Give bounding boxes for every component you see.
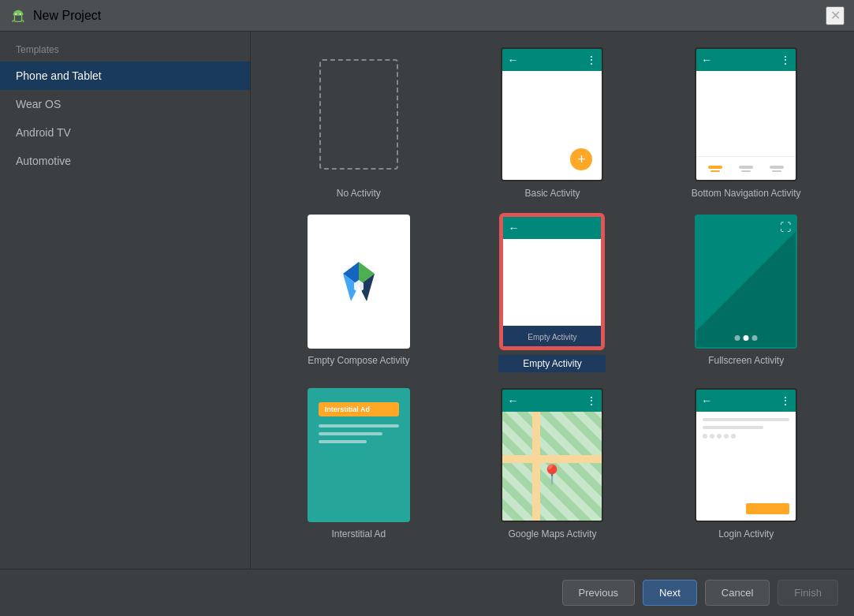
svg-point-1 bbox=[20, 13, 21, 14]
template-fullscreen-activity[interactable]: ⛶ Fullscreen Activity bbox=[657, 215, 835, 372]
google-maps-preview: ← ⋮ 📍 bbox=[501, 388, 603, 522]
login-activity-preview: ← ⋮ bbox=[695, 388, 797, 522]
sidebar-item-android-tv[interactable]: Android TV bbox=[0, 118, 250, 147]
template-label-empty-compose: Empty Compose Activity bbox=[308, 355, 409, 366]
back-arrow-icon-maps: ← bbox=[507, 394, 518, 407]
bottom-navigation-preview: ← ⋮ bbox=[695, 47, 797, 181]
action-bar: Previous Next Cancel Finish bbox=[0, 569, 854, 616]
more-vert-icon-maps: ⋮ bbox=[586, 394, 597, 407]
fab-icon: + bbox=[570, 148, 592, 170]
no-activity-preview bbox=[319, 59, 398, 170]
expand-icon: ⛶ bbox=[780, 221, 791, 233]
template-bottom-navigation[interactable]: ← ⋮ bbox=[657, 47, 835, 199]
main-content: Templates Phone and Tablet Wear OS Andro… bbox=[0, 32, 854, 616]
templates-grid: No Activity ← ⋮ + Basic Activity ← ⋮ bbox=[251, 32, 854, 616]
finish-button[interactable]: Finish bbox=[778, 580, 838, 606]
selected-label-inner: Empty Activity bbox=[528, 333, 576, 342]
template-label-fullscreen-activity: Fullscreen Activity bbox=[708, 355, 784, 366]
more-vert-icon: ⋮ bbox=[586, 54, 597, 66]
back-arrow-icon-bnav: ← bbox=[701, 54, 712, 66]
next-button[interactable]: Next bbox=[643, 580, 697, 606]
sidebar-item-phone-tablet[interactable]: Phone and Tablet bbox=[0, 62, 250, 90]
back-arrow-icon-login: ← bbox=[701, 394, 712, 407]
sidebar-item-wear-os[interactable]: Wear OS bbox=[0, 90, 250, 118]
empty-activity-preview: ← Empty Activity bbox=[501, 215, 603, 349]
template-label-bottom-navigation: Bottom Navigation Activity bbox=[692, 188, 801, 199]
template-label-basic-activity: Basic Activity bbox=[524, 188, 580, 199]
template-empty-compose[interactable]: Empty Compose Activity bbox=[270, 215, 448, 372]
fullscreen-activity-preview: ⛶ bbox=[695, 215, 797, 349]
more-vert-icon-bnav: ⋮ bbox=[780, 54, 791, 66]
interstitial-ad-label: Interstitial Ad bbox=[319, 402, 399, 416]
interstitial-ad-preview: Interstitial Ad bbox=[308, 388, 410, 522]
back-arrow-icon: ← bbox=[507, 54, 518, 66]
basic-activity-preview: ← ⋮ + bbox=[501, 47, 603, 181]
window-title: New Project bbox=[33, 9, 101, 23]
sidebar: Templates Phone and Tablet Wear OS Andro… bbox=[0, 32, 251, 616]
template-no-activity[interactable]: No Activity bbox=[270, 47, 448, 199]
template-google-maps[interactable]: ← ⋮ 📍 Google Maps Activity bbox=[464, 388, 642, 539]
template-interstitial-ad[interactable]: Interstitial Ad Interstitial Ad bbox=[270, 388, 448, 539]
template-label-interstitial-ad: Interstitial Ad bbox=[331, 528, 386, 539]
sidebar-item-automotive[interactable]: Automotive bbox=[0, 147, 250, 175]
android-logo-icon bbox=[9, 7, 27, 24]
empty-compose-preview bbox=[308, 215, 410, 349]
compose-logo-icon bbox=[335, 258, 382, 305]
map-pin-icon: 📍 bbox=[540, 464, 564, 486]
template-label-google-maps: Google Maps Activity bbox=[508, 528, 596, 539]
cancel-button[interactable]: Cancel bbox=[705, 580, 770, 606]
template-label-no-activity: No Activity bbox=[337, 188, 381, 199]
template-label-login-activity: Login Activity bbox=[718, 528, 774, 539]
previous-button[interactable]: Previous bbox=[562, 580, 636, 606]
template-label-empty-activity: Empty Activity bbox=[498, 355, 606, 372]
more-vert-icon-login: ⋮ bbox=[780, 394, 791, 407]
template-basic-activity[interactable]: ← ⋮ + Basic Activity bbox=[464, 47, 642, 199]
template-login-activity[interactable]: ← ⋮ Lo bbox=[657, 388, 835, 539]
sidebar-section-label: Templates bbox=[0, 32, 250, 62]
title-bar: New Project ✕ bbox=[0, 0, 854, 32]
close-button[interactable]: ✕ bbox=[826, 6, 845, 25]
back-arrow-icon-empty: ← bbox=[508, 222, 519, 234]
svg-point-0 bbox=[15, 13, 17, 14]
template-empty-activity[interactable]: ← Empty Activity Empty Activity bbox=[464, 215, 642, 372]
